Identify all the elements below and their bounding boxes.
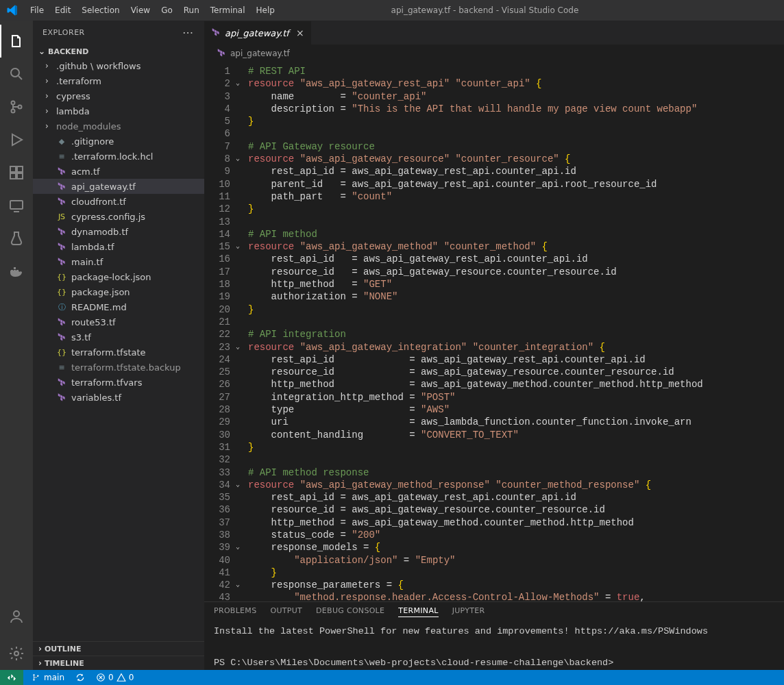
menu-file[interactable]: File: [25, 0, 49, 21]
file-item[interactable]: {}package.json: [33, 284, 204, 299]
remote-explorer-icon[interactable]: [0, 189, 33, 222]
folder-item[interactable]: ›lambda: [33, 103, 204, 119]
sync-icon[interactable]: [70, 673, 90, 682]
svg-rect-5: [10, 173, 16, 179]
terminal-line: Install the latest PowerShell for new fe…: [214, 624, 774, 640]
editor-tab[interactable]: api_gateway.tf ×: [204, 21, 312, 45]
problems-status[interactable]: 0 0: [90, 673, 139, 682]
file-item[interactable]: lambda.tf: [33, 239, 204, 254]
file-item[interactable]: {}terraform.tfstate: [33, 345, 204, 360]
file-item[interactable]: terraform.tfvars: [33, 375, 204, 390]
menu-go[interactable]: Go: [156, 0, 178, 21]
remote-indicator[interactable]: [0, 670, 23, 685]
menu-run[interactable]: Run: [178, 0, 205, 21]
tree-item-label: package-lock.json: [71, 272, 151, 282]
terraform-icon: [56, 377, 67, 387]
explorer-icon[interactable]: [0, 25, 33, 58]
tree-item-label: README.md: [71, 302, 127, 312]
timeline-label: TIMELINE: [45, 659, 84, 668]
source-control-icon[interactable]: [0, 90, 33, 123]
panel-tab-jupyter[interactable]: JUPYTER: [452, 606, 485, 617]
chevron-right-icon: ›: [45, 121, 52, 131]
search-icon[interactable]: [0, 58, 33, 90]
tree-item-label: terraform.tfstate.backup: [71, 362, 181, 373]
menu-view[interactable]: View: [125, 0, 156, 21]
run-debug-icon[interactable]: [0, 123, 33, 156]
accounts-icon[interactable]: [0, 600, 33, 633]
tree-item-label: cypress: [56, 91, 90, 101]
more-icon[interactable]: ⋯: [182, 26, 195, 39]
file-item[interactable]: ≡.terraform.lock.hcl: [33, 149, 204, 164]
javascript-icon: JS: [56, 212, 67, 221]
file-item[interactable]: s3.tf: [33, 329, 204, 345]
menu-help[interactable]: Help: [251, 0, 280, 21]
branch-name: main: [44, 673, 64, 682]
title-bar: FileEditSelectionViewGoRunTerminalHelp a…: [0, 0, 784, 21]
file-item[interactable]: api_gateway.tf: [33, 179, 204, 194]
file-item[interactable]: acm.tf: [33, 164, 204, 179]
git-branch[interactable]: main: [26, 673, 70, 682]
fold-icon[interactable]: ⌄: [236, 153, 240, 165]
menu-terminal[interactable]: Terminal: [205, 0, 251, 21]
folder-item[interactable]: ›cypress: [33, 88, 204, 103]
json-icon: {}: [56, 348, 67, 357]
file-item[interactable]: ◆.gitignore: [33, 134, 204, 149]
fold-icon[interactable]: ⌄: [236, 341, 240, 353]
folder-item[interactable]: ›.github \ workflows: [33, 58, 204, 73]
editor-area: api_gateway.tf × api_gateway.tf 12⌄34567…: [204, 21, 784, 670]
folder-root[interactable]: ⌄ BACKEND: [33, 45, 204, 58]
file-item[interactable]: dynamodb.tf: [33, 224, 204, 239]
file-tree: ›.github \ workflows›.terraform›cypress›…: [33, 58, 204, 641]
outline-section[interactable]: › OUTLINE: [33, 641, 204, 656]
svg-rect-12: [14, 267, 16, 269]
svg-point-13: [14, 611, 19, 616]
breadcrumbs[interactable]: api_gateway.tf: [204, 45, 784, 62]
tree-item-label: node_modules: [56, 121, 121, 132]
explorer-header: EXPLORER ⋯: [33, 21, 204, 45]
folder-item[interactable]: ›node_modules: [33, 119, 204, 134]
file-item[interactable]: variables.tf: [33, 390, 204, 405]
code-content[interactable]: # REST APIresource "aws_api_gateway_rest…: [237, 62, 784, 601]
menu-selection[interactable]: Selection: [76, 0, 125, 21]
timeline-section[interactable]: › TIMELINE: [33, 656, 204, 670]
folder-item[interactable]: ›.terraform: [33, 73, 204, 88]
testing-icon[interactable]: [0, 222, 33, 255]
folder-root-label: BACKEND: [48, 47, 88, 56]
chevron-down-icon: ⌄: [38, 47, 45, 56]
file-item[interactable]: {}package-lock.json: [33, 269, 204, 284]
svg-rect-7: [17, 166, 23, 172]
fold-icon[interactable]: ⌄: [236, 77, 240, 90]
sidebar-explorer: EXPLORER ⋯ ⌄ BACKEND ›.github \ workflow…: [33, 21, 204, 670]
chevron-right-icon: ›: [45, 76, 52, 86]
json-icon: {}: [56, 273, 67, 282]
file-item[interactable]: main.tf: [33, 254, 204, 269]
tree-item-label: lambda.tf: [71, 242, 114, 252]
file-item[interactable]: route53.tf: [33, 314, 204, 329]
code-editor[interactable]: 12⌄345678⌄9101112131415⌄1617181920212223…: [204, 62, 784, 601]
fold-icon[interactable]: ⌄: [236, 579, 240, 591]
file-item[interactable]: cloudfront.tf: [33, 194, 204, 209]
terminal[interactable]: Install the latest PowerShell for new fe…: [204, 620, 784, 675]
docker-icon[interactable]: [0, 255, 33, 288]
menu-edit[interactable]: Edit: [49, 0, 76, 21]
tree-item-label: .terraform: [56, 76, 101, 86]
svg-point-0: [11, 68, 19, 77]
gitignore-icon: ◆: [56, 137, 67, 146]
file-item[interactable]: ≡terraform.tfstate.backup: [33, 360, 204, 375]
panel-tab-problems[interactable]: PROBLEMS: [214, 606, 256, 617]
svg-point-14: [14, 651, 19, 656]
file-item[interactable]: JScypress.config.js: [33, 209, 204, 224]
panel-tab-terminal[interactable]: TERMINAL: [398, 606, 438, 617]
extensions-icon[interactable]: [0, 156, 33, 189]
fold-icon[interactable]: ⌄: [236, 240, 240, 253]
status-bar: main 0 0: [0, 670, 784, 685]
fold-icon[interactable]: ⌄: [236, 479, 240, 491]
file-item[interactable]: ⓘREADME.md: [33, 299, 204, 314]
settings-gear-icon[interactable]: [0, 637, 33, 670]
fold-icon[interactable]: ⌄: [236, 541, 240, 553]
close-icon[interactable]: ×: [296, 27, 304, 38]
chevron-right-icon: ›: [45, 106, 52, 116]
panel-tab-output[interactable]: OUTPUT: [270, 606, 302, 617]
tree-item-label: api_gateway.tf: [71, 182, 136, 192]
panel-tab-debug-console[interactable]: DEBUG CONSOLE: [316, 606, 384, 617]
